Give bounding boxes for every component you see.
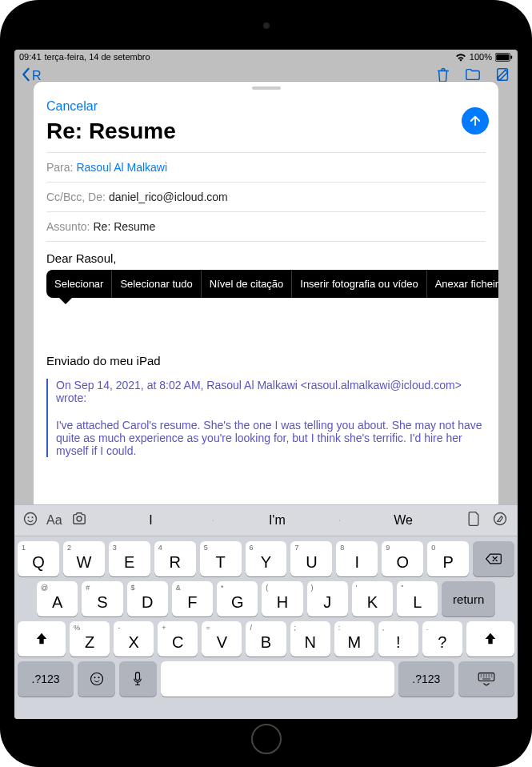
svg-point-6	[32, 516, 34, 518]
key-g[interactable]: *G	[217, 581, 258, 616]
to-field[interactable]: Para: Rasoul Al Malkawi	[46, 152, 486, 182]
compose-body[interactable]: Dear Rasoul, Selecionar Selecionar tudo …	[46, 241, 486, 457]
scan-document-icon[interactable]	[466, 511, 481, 530]
key-y[interactable]: 6Y	[246, 541, 287, 576]
key-c[interactable]: +C	[158, 621, 198, 657]
subject-field[interactable]: Assunto: Re: Resume	[46, 211, 486, 241]
key-?[interactable]: .?	[422, 621, 462, 657]
popover-arrow-icon	[59, 298, 72, 311]
svg-point-5	[28, 516, 30, 518]
menu-select[interactable]: Selecionar	[46, 270, 112, 298]
key-p[interactable]: 0P	[427, 541, 469, 576]
menu-attach-file[interactable]: Anexar ficheiro	[427, 270, 498, 298]
key-b[interactable]: /B	[246, 621, 286, 657]
front-camera	[263, 22, 270, 29]
quoted-reply: On Sep 14, 2021, at 8:02 AM, Rasoul Al M…	[46, 379, 486, 457]
svg-point-8	[494, 513, 506, 525]
key-l[interactable]: "L	[397, 581, 438, 616]
ccbcc-field[interactable]: Cc/Bcc, De: daniel_rico@icloud.com	[46, 182, 486, 211]
key-i[interactable]: 8I	[336, 541, 378, 576]
subject-label: Assunto:	[46, 220, 90, 233]
ccbcc-label: Cc/Bcc, De:	[46, 191, 106, 203]
svg-rect-12	[136, 673, 140, 681]
menu-quote-level[interactable]: Nível de citação	[202, 270, 293, 298]
key-n[interactable]: ;N	[290, 621, 330, 657]
screen: 09:41 terça-feira, 14 de setembro 100% R	[14, 50, 518, 719]
quote-body: I've attached Carol's resume. She's the …	[56, 419, 486, 457]
quicktype-bar: Aa I I'm We	[14, 504, 518, 536]
body-greeting: Dear Rasoul,	[46, 251, 117, 265]
menu-select-all[interactable]: Selecionar tudo	[112, 270, 201, 298]
key-j[interactable]: )J	[307, 581, 348, 616]
key-s[interactable]: #S	[82, 581, 122, 616]
send-button[interactable]	[462, 107, 489, 135]
to-value[interactable]: Rasoul Al Malkawi	[76, 161, 167, 174]
key-u[interactable]: 7U	[290, 541, 332, 576]
svg-point-10	[94, 677, 95, 678]
key-![interactable]: ,!	[378, 621, 418, 657]
key-r[interactable]: 4R	[154, 541, 196, 576]
key-t[interactable]: 5T	[200, 541, 242, 576]
suggestion-2[interactable]: I'm	[214, 513, 340, 528]
signature: Enviado do meu iPad	[46, 354, 486, 367]
key-f[interactable]: &F	[172, 581, 213, 616]
key-e[interactable]: 3E	[109, 541, 150, 576]
key-m[interactable]: :M	[334, 621, 374, 657]
camera-icon[interactable]	[70, 512, 88, 529]
keyboard: 1Q2W3E4R5T6Y7U8I9O0P @A#S$D&F*G(H)J'K"Lr…	[14, 536, 518, 719]
shift-left-key[interactable]	[18, 621, 66, 657]
key-x[interactable]: -X	[114, 621, 154, 657]
emoji-key[interactable]	[78, 661, 115, 697]
markup-icon[interactable]	[492, 511, 508, 530]
key-w[interactable]: 2W	[63, 541, 105, 576]
dictation-key[interactable]	[119, 661, 157, 697]
key-v[interactable]: =V	[202, 621, 242, 657]
key-a[interactable]: @A	[37, 581, 78, 616]
numbers-key-left[interactable]: .?123	[18, 661, 74, 697]
numbers-key-right[interactable]: .?123	[398, 661, 454, 697]
key-q[interactable]: 1Q	[18, 541, 59, 576]
return-key[interactable]: return	[442, 581, 495, 616]
space-key[interactable]	[161, 661, 394, 697]
dismiss-keyboard-key[interactable]	[458, 661, 514, 697]
key-z[interactable]: %Z	[70, 621, 110, 657]
cancel-button[interactable]: Cancelar	[46, 93, 98, 117]
shift-right-key[interactable]	[466, 621, 514, 657]
quote-header: On Sep 14, 2021, at 8:02 AM, Rasoul Al M…	[56, 379, 486, 404]
home-button[interactable]	[251, 724, 282, 754]
svg-point-7	[77, 516, 82, 521]
key-o[interactable]: 9O	[382, 541, 423, 576]
svg-point-4	[25, 513, 37, 525]
subject-value: Re: Resume	[93, 220, 155, 233]
context-menu: Selecionar Selecionar tudo Nível de cita…	[46, 270, 486, 298]
suggestion-3[interactable]: We	[340, 513, 466, 528]
key-h[interactable]: (H	[262, 581, 302, 616]
suggestion-1[interactable]: I	[88, 513, 214, 528]
key-d[interactable]: $D	[127, 581, 168, 616]
to-label: Para:	[46, 161, 73, 174]
svg-point-9	[90, 673, 102, 685]
svg-point-11	[98, 677, 99, 678]
backspace-key[interactable]	[473, 541, 514, 576]
compose-title: Re: Resume	[46, 118, 486, 144]
key-k[interactable]: 'K	[352, 581, 393, 616]
format-icon[interactable]: Aa	[46, 513, 62, 528]
menu-insert-media[interactable]: Inserir fotografia ou vídeo	[292, 270, 426, 298]
ccbcc-value: daniel_rico@icloud.com	[109, 191, 228, 203]
ipad-device: 09:41 terça-feira, 14 de setembro 100% R	[0, 0, 532, 767]
emoji-picker-icon[interactable]	[22, 511, 38, 530]
